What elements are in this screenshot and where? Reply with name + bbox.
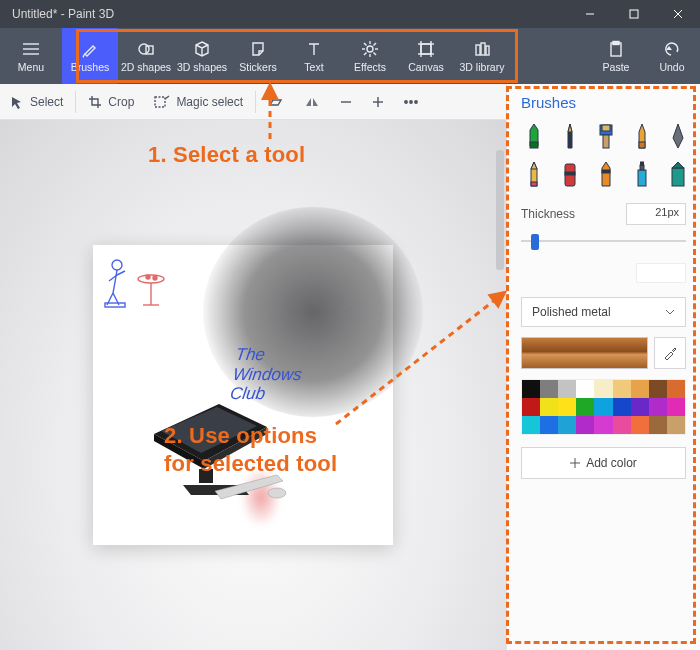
paste-button[interactable]: Paste: [588, 28, 644, 84]
color-swatch[interactable]: [540, 398, 558, 416]
annotation-arrow-1: [260, 87, 280, 147]
svg-point-40: [153, 276, 157, 280]
color-swatch[interactable]: [540, 380, 558, 398]
minimize-button[interactable]: [568, 0, 612, 28]
text-icon: [304, 39, 324, 59]
color-swatch[interactable]: [576, 380, 594, 398]
svg-point-33: [410, 100, 412, 102]
tab-2d-shapes[interactable]: 2D shapes: [118, 28, 174, 84]
eyedropper-icon: [662, 345, 678, 361]
canvas-icon: [416, 39, 436, 59]
material-dropdown[interactable]: Polished metal: [521, 297, 686, 327]
svg-line-65: [336, 296, 500, 424]
color-swatch[interactable]: [613, 380, 631, 398]
tab-3d-shapes[interactable]: 3D shapes: [174, 28, 230, 84]
brush-watercolor[interactable]: [629, 121, 655, 151]
tab-stickers[interactable]: Stickers: [230, 28, 286, 84]
zoom-in-button[interactable]: [362, 84, 394, 120]
color-swatch[interactable]: [522, 416, 540, 434]
thickness-slider[interactable]: [521, 229, 686, 253]
plus-icon: [570, 458, 580, 468]
brush-tool-grid: [521, 121, 686, 189]
color-swatch[interactable]: [594, 416, 612, 434]
color-swatch[interactable]: [649, 416, 667, 434]
tab-label: 3D shapes: [177, 61, 227, 73]
brush-marker[interactable]: [521, 121, 547, 151]
color-swatch[interactable]: [649, 398, 667, 416]
magic-select-icon: [154, 95, 170, 109]
svg-rect-36: [105, 303, 125, 307]
color-swatch[interactable]: [540, 416, 558, 434]
current-color-swatch[interactable]: [521, 337, 648, 369]
flip-tool[interactable]: [294, 84, 330, 120]
color-swatch[interactable]: [594, 398, 612, 416]
svg-rect-27: [613, 42, 619, 45]
color-swatch[interactable]: [613, 398, 631, 416]
color-swatch[interactable]: [649, 380, 667, 398]
tab-effects[interactable]: Effects: [342, 28, 398, 84]
color-swatch[interactable]: [576, 398, 594, 416]
brush-calligraphy[interactable]: [557, 121, 583, 151]
svg-rect-60: [641, 162, 644, 165]
magic-label: Magic select: [176, 95, 243, 109]
thickness-row: Thickness 21px: [521, 203, 686, 225]
brush-crayon[interactable]: [593, 159, 619, 189]
main-toolbar: Menu Brushes 2D shapes 3D shapes Sticker…: [0, 28, 700, 84]
eyedropper-button[interactable]: [654, 337, 686, 369]
crop-tool[interactable]: Crop: [78, 84, 144, 120]
close-button[interactable]: [656, 0, 700, 28]
color-swatch[interactable]: [558, 398, 576, 416]
material-value: Polished metal: [532, 305, 611, 319]
person-drawing: [103, 255, 173, 318]
maximize-button[interactable]: [612, 0, 656, 28]
color-palette: [521, 379, 686, 435]
thickness-input[interactable]: 21px: [626, 203, 686, 225]
brush-oil[interactable]: [593, 121, 619, 151]
more-button[interactable]: [394, 84, 428, 120]
brush-pencil[interactable]: [521, 159, 547, 189]
color-swatch[interactable]: [631, 416, 649, 434]
brush-pixel[interactable]: [665, 121, 691, 151]
color-swatch[interactable]: [558, 380, 576, 398]
color-swatch[interactable]: [667, 416, 685, 434]
svg-rect-57: [602, 170, 610, 173]
color-swatch[interactable]: [631, 398, 649, 416]
color-swatch[interactable]: [576, 416, 594, 434]
color-swatch[interactable]: [613, 416, 631, 434]
window-title: Untitled* - Paint 3D: [0, 7, 568, 21]
svg-rect-23: [476, 45, 480, 55]
color-swatch[interactable]: [631, 380, 649, 398]
add-color-button[interactable]: Add color: [521, 447, 686, 479]
undo-button[interactable]: Undo: [644, 28, 700, 84]
color-swatch[interactable]: [594, 380, 612, 398]
color-swatch[interactable]: [522, 398, 540, 416]
svg-rect-54: [531, 182, 537, 186]
paste-icon: [606, 39, 626, 59]
svg-rect-56: [565, 172, 575, 175]
color-swatch[interactable]: [667, 380, 685, 398]
brush-eraser[interactable]: [557, 159, 583, 189]
color-swatch[interactable]: [522, 380, 540, 398]
annotation-step2: 2. Use options for selected tool: [164, 422, 337, 477]
color-swatch[interactable]: [558, 416, 576, 434]
menu-button[interactable]: Menu: [0, 28, 62, 84]
slider-thumb[interactable]: [531, 234, 539, 250]
zoom-out-button[interactable]: [330, 84, 362, 120]
magic-select-tool[interactable]: Magic select: [144, 84, 253, 120]
undo-label: Undo: [659, 61, 684, 73]
tab-brushes[interactable]: Brushes: [62, 28, 118, 84]
select-tool[interactable]: Select: [0, 84, 73, 120]
tab-canvas[interactable]: Canvas: [398, 28, 454, 84]
annotation-arrow-2: [330, 290, 510, 434]
svg-rect-53: [639, 142, 645, 148]
stickers-icon: [248, 39, 268, 59]
scrollbar-thumb[interactable]: [496, 150, 504, 270]
brush-spray[interactable]: [629, 159, 655, 189]
crop-icon: [88, 95, 102, 109]
color-swatch[interactable]: [667, 398, 685, 416]
tab-text[interactable]: Text: [286, 28, 342, 84]
brush-fill[interactable]: [665, 159, 691, 189]
tab-3d-library[interactable]: 3D library: [454, 28, 510, 84]
paste-label: Paste: [603, 61, 630, 73]
minus-icon: [340, 96, 352, 108]
